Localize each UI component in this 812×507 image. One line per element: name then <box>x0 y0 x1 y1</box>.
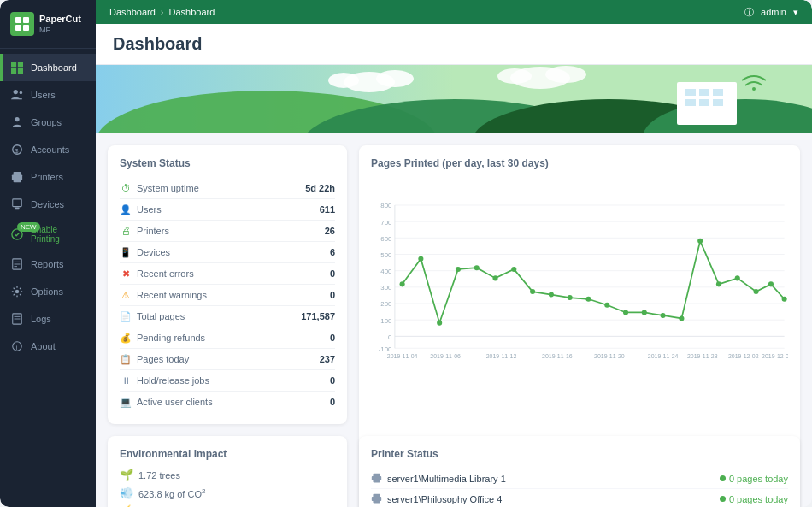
admin-label: admin <box>761 7 786 17</box>
users-icon <box>10 88 24 102</box>
svg-point-66 <box>418 256 423 262</box>
tree-icon: 🌱 <box>120 469 133 481</box>
status-table: ⏱ System uptime 5d 22h 👤 Users 611 🖨 P <box>120 178 335 412</box>
about-icon: i <box>10 339 24 353</box>
printer-icon-1 <box>371 473 382 484</box>
refunds-value: 0 <box>330 333 335 343</box>
sidebar-item-logs[interactable]: Logs <box>0 305 96 333</box>
errors-value: 0 <box>330 268 335 279</box>
svg-point-69 <box>474 265 480 270</box>
svg-text:2019-11-24: 2019-11-24 <box>648 354 679 360</box>
sidebar-item-options[interactable]: Options <box>0 278 96 305</box>
logo-sub: MF <box>39 26 81 34</box>
sidebar-item-users[interactable]: Users <box>0 81 96 109</box>
svg-text:2019-12-06: 2019-12-06 <box>762 354 788 360</box>
sidebar-item-groups[interactable]: Groups <box>0 109 96 136</box>
dashboard-icon <box>10 61 24 74</box>
svg-point-34 <box>545 66 586 83</box>
svg-text:800: 800 <box>380 202 392 209</box>
sidebar-label-accounts: Accounts <box>31 144 69 155</box>
chart-container: 800 700 600 500 400 300 200 100 0 -100 <box>371 178 788 383</box>
svg-point-5 <box>20 91 23 95</box>
content-area: System Status ⏱ System uptime 5d 22h 👤 U… <box>96 133 812 507</box>
svg-point-19 <box>15 290 19 293</box>
warnings-label: Recent warnings <box>137 290 207 300</box>
sidebar-item-dashboard[interactable]: Dashboard <box>0 54 96 81</box>
status-row-users: 👤 Users 611 <box>120 199 335 221</box>
printer-status-1: 0 pages today <box>720 474 788 484</box>
total-pages-icon: 📄 <box>120 310 132 322</box>
options-icon <box>10 285 24 298</box>
logs-icon <box>10 312 24 326</box>
errors-icon: ✖ <box>120 268 132 280</box>
status-row-hold: ⏸ Hold/release jobs 0 <box>120 370 335 392</box>
printers-status-value: 26 <box>325 226 335 236</box>
warnings-value: 0 <box>330 290 335 300</box>
printer-list: server1\Multimedia Library 1 0 pages tod… <box>371 469 788 507</box>
svg-text:700: 700 <box>380 219 392 227</box>
sidebar-item-reports[interactable]: Reports <box>0 251 96 278</box>
svg-text:100: 100 <box>380 317 392 325</box>
printer-row-2: server1\Philosophy Office 4 0 pages toda… <box>371 489 788 507</box>
devices-icon <box>10 197 24 211</box>
users-status-icon: 👤 <box>120 203 132 215</box>
svg-text:i: i <box>16 344 18 351</box>
svg-rect-38 <box>699 89 709 96</box>
sidebar-label-options: Options <box>31 286 63 297</box>
svg-rect-13 <box>15 208 19 210</box>
page-title: Dashboard <box>113 34 795 54</box>
devices-status-icon: 📱 <box>120 246 132 258</box>
groups-icon <box>10 115 24 129</box>
sidebar-item-about[interactable]: i About <box>0 333 96 360</box>
status-row-refunds: 💰 Pending refunds 0 <box>120 327 335 349</box>
admin-dropdown-icon[interactable]: ▾ <box>793 7 798 18</box>
errors-label: Recent errors <box>137 268 194 279</box>
svg-text:0: 0 <box>388 333 392 341</box>
status-row-total-pages: 📄 Total pages 171,587 <box>120 306 335 327</box>
printers-status-icon: 🖨 <box>120 225 132 237</box>
svg-rect-42 <box>713 99 723 106</box>
breadcrumb-separator: › <box>161 7 164 17</box>
environmental-card: Environmental Impact 🌱 1.72 trees 💨 623.… <box>108 436 347 507</box>
logo-name: PaperCut <box>39 14 81 25</box>
refunds-icon: 💰 <box>120 332 132 344</box>
printer-name-2: server1\Philosophy Office 4 <box>387 494 502 504</box>
page-header: Dashboard <box>96 24 812 65</box>
devices-status-label: Devices <box>137 247 170 257</box>
total-pages-label: Total pages <box>137 311 185 321</box>
svg-text:2019-11-12: 2019-11-12 <box>486 354 517 360</box>
svg-point-72 <box>530 289 535 294</box>
status-row-devices: 📱 Devices 6 <box>120 242 335 263</box>
svg-rect-40 <box>685 99 696 106</box>
sidebar-label-reports: Reports <box>31 259 64 269</box>
svg-point-84 <box>753 289 758 294</box>
uptime-value: 5d 22h <box>305 183 335 193</box>
sidebar-label-about: About <box>31 341 56 351</box>
topbar: Dashboard › Dashboard ⓘ admin ▾ <box>96 0 812 24</box>
status-row-warnings: ⚠ Recent warnings 0 <box>120 285 335 306</box>
sidebar-label-groups: Groups <box>31 117 62 127</box>
sidebar-item-devices[interactable]: Devices <box>0 191 96 218</box>
svg-text:200: 200 <box>380 301 392 309</box>
hold-value: 0 <box>330 375 335 386</box>
warnings-icon: ⚠ <box>120 289 132 301</box>
svg-point-35 <box>497 68 532 84</box>
breadcrumb: Dashboard › Dashboard <box>109 7 215 17</box>
help-icon[interactable]: ⓘ <box>744 6 754 19</box>
environmental-title: Environmental Impact <box>120 448 335 460</box>
sidebar-label-devices: Devices <box>31 199 64 209</box>
sidebar-label-printers: Printers <box>31 172 63 182</box>
pages-today-value: 237 <box>320 354 335 364</box>
svg-rect-3 <box>23 25 29 31</box>
sidebar-item-printers[interactable]: Printers <box>0 163 96 191</box>
svg-point-85 <box>768 281 774 286</box>
svg-text:2019-11-06: 2019-11-06 <box>430 354 461 360</box>
svg-text:300: 300 <box>380 284 392 292</box>
svg-point-86 <box>782 297 787 302</box>
sidebar-item-enable-printing[interactable]: NEW Enable Printing <box>0 218 96 251</box>
main-content: Dashboard › Dashboard ⓘ admin ▾ Dashboar… <box>96 0 812 507</box>
sidebar-item-accounts[interactable]: $ Accounts <box>0 136 96 163</box>
active-clients-value: 0 <box>330 397 335 407</box>
svg-point-78 <box>642 310 647 315</box>
status-row-pages-today: 📋 Pages today 237 <box>120 349 335 370</box>
